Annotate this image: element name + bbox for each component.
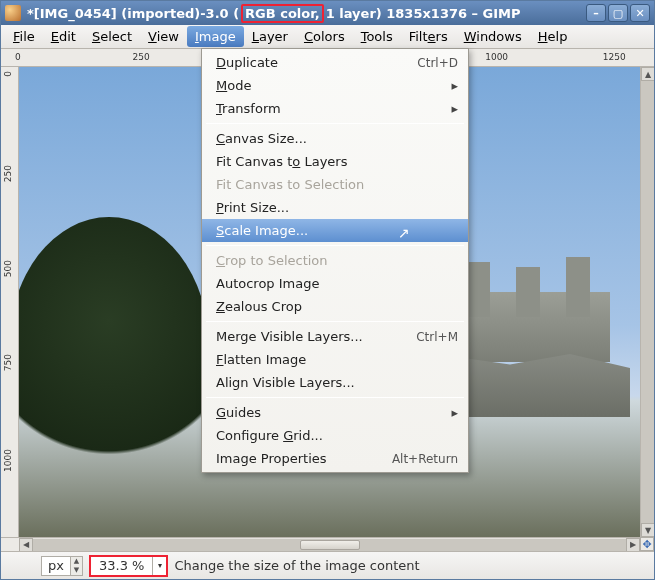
menuitem-shortcut: Ctrl+M (416, 330, 458, 344)
menuitem-fit-canvas-to-layers[interactable]: Fit Canvas to Layers (202, 150, 468, 173)
menuitem-label: Autocrop Image (216, 276, 319, 291)
scroll-left-arrow-icon[interactable]: ◀ (19, 538, 33, 552)
menu-view[interactable]: View (140, 26, 187, 47)
menu-separator (206, 245, 464, 246)
horizontal-scrollbar[interactable]: ◀ ▶ (19, 537, 640, 551)
hruler-tick: 250 (133, 52, 150, 62)
menuitem-label: Print Size... (216, 200, 289, 215)
menuitem-scale-image[interactable]: Scale Image...↖ (202, 219, 468, 242)
hruler-tick: 0 (15, 52, 21, 62)
hruler-tick: 1250 (603, 52, 626, 62)
titlebar[interactable]: *[IMG_0454] (imported)-3.0 ( RGB color, … (1, 1, 654, 25)
menu-file[interactable]: File (5, 26, 43, 47)
chevron-down-icon[interactable]: ▼ (71, 566, 82, 575)
menuitem-fit-canvas-to-selection: Fit Canvas to Selection (202, 173, 468, 196)
hscroll-row: ◀ ▶ ✥ (1, 537, 654, 551)
zoom-selector[interactable]: 33.3 % ▾ (89, 555, 168, 577)
title-pre: *[IMG_0454] (imported)-3.0 ( (27, 6, 239, 21)
menuitem-label: Fit Canvas to Layers (216, 154, 347, 169)
menuitem-image-properties[interactable]: Image PropertiesAlt+Return (202, 447, 468, 470)
submenu-arrow-icon: ▸ (451, 101, 458, 116)
menubar: FileEditSelectViewImageLayerColorsToolsF… (1, 25, 654, 49)
menuitem-shortcut: Alt+Return (392, 452, 458, 466)
menuitem-mode[interactable]: Mode▸ (202, 74, 468, 97)
minimize-button[interactable]: – (586, 4, 606, 22)
menuitem-label: Configure Grid... (216, 428, 323, 443)
menuitem-align-visible-layers[interactable]: Align Visible Layers... (202, 371, 468, 394)
menu-windows[interactable]: Windows (456, 26, 530, 47)
menu-filters[interactable]: Filters (401, 26, 456, 47)
menuitem-duplicate[interactable]: DuplicateCtrl+D (202, 51, 468, 74)
menu-edit[interactable]: Edit (43, 26, 84, 47)
menuitem-transform[interactable]: Transform▸ (202, 97, 468, 120)
unit-value: px (42, 558, 70, 573)
scroll-down-arrow-icon[interactable]: ▼ (641, 523, 654, 537)
vruler-tick: 750 (3, 354, 13, 371)
menu-tools[interactable]: Tools (353, 26, 401, 47)
submenu-arrow-icon: ▸ (451, 78, 458, 93)
menuitem-label: Transform (216, 101, 281, 116)
close-button[interactable]: ✕ (630, 4, 650, 22)
menuitem-label: Zealous Crop (216, 299, 302, 314)
menuitem-label: Align Visible Layers... (216, 375, 355, 390)
window-title: *[IMG_0454] (imported)-3.0 ( RGB color, … (27, 4, 584, 23)
menuitem-guides[interactable]: Guides▸ (202, 401, 468, 424)
menuitem-canvas-size[interactable]: Canvas Size... (202, 127, 468, 150)
vruler-tick: 250 (3, 165, 13, 182)
submenu-arrow-icon: ▸ (451, 405, 458, 420)
chevron-up-icon[interactable]: ▲ (71, 557, 82, 566)
menu-help[interactable]: Help (530, 26, 576, 47)
menuitem-label: Mode (216, 78, 251, 93)
menu-separator (206, 321, 464, 322)
menu-colors[interactable]: Colors (296, 26, 353, 47)
menuitem-autocrop-image[interactable]: Autocrop Image (202, 272, 468, 295)
vruler-tick: 1000 (3, 449, 13, 472)
menuitem-label: Canvas Size... (216, 131, 307, 146)
image-dropdown-menu: DuplicateCtrl+DMode▸Transform▸Canvas Siz… (201, 48, 469, 473)
menuitem-shortcut: Ctrl+D (417, 56, 458, 70)
vruler-tick: 500 (3, 260, 13, 277)
zoom-dropdown-icon[interactable]: ▾ (152, 557, 166, 575)
menu-select[interactable]: Select (84, 26, 140, 47)
menuitem-crop-to-selection: Crop to Selection (202, 249, 468, 272)
menuitem-label: Crop to Selection (216, 253, 328, 268)
title-post: 1 layer) 1835x1376 – GIMP (326, 6, 521, 21)
app-window: *[IMG_0454] (imported)-3.0 ( RGB color, … (0, 0, 655, 580)
status-hint: Change the size of the image content (174, 558, 419, 573)
menuitem-merge-visible-layers[interactable]: Merge Visible Layers...Ctrl+M (202, 325, 468, 348)
menuitem-label: Duplicate (216, 55, 278, 70)
hscroll-thumb[interactable] (300, 540, 360, 550)
unit-selector[interactable]: px ▲▼ (41, 556, 83, 576)
scroll-up-arrow-icon[interactable]: ▲ (641, 67, 654, 81)
zoom-value: 33.3 % (91, 558, 152, 573)
menu-layer[interactable]: Layer (244, 26, 296, 47)
menuitem-label: Scale Image... (216, 223, 308, 238)
hruler-tick: 1000 (485, 52, 508, 62)
menu-image[interactable]: Image (187, 26, 244, 47)
ruler-corner-bl (1, 537, 19, 551)
title-colormode-highlight: RGB color, (241, 4, 324, 23)
menuitem-zealous-crop[interactable]: Zealous Crop (202, 295, 468, 318)
menuitem-configure-grid[interactable]: Configure Grid... (202, 424, 468, 447)
vertical-scrollbar[interactable]: ▲ ▼ (640, 67, 654, 537)
gimp-app-icon (5, 5, 21, 21)
navigation-corner-icon[interactable]: ✥ (640, 537, 654, 551)
menuitem-print-size[interactable]: Print Size... (202, 196, 468, 219)
vruler-tick: 0 (3, 71, 13, 77)
menu-separator (206, 397, 464, 398)
menuitem-label: Image Properties (216, 451, 327, 466)
menuitem-label: Fit Canvas to Selection (216, 177, 364, 192)
menuitem-label: Flatten Image (216, 352, 306, 367)
menuitem-flatten-image[interactable]: Flatten Image (202, 348, 468, 371)
menuitem-label: Merge Visible Layers... (216, 329, 363, 344)
cursor-icon: ↖ (398, 225, 410, 241)
statusbar: px ▲▼ 33.3 % ▾ Change the size of the im… (1, 551, 654, 579)
unit-spinner[interactable]: ▲▼ (70, 557, 82, 575)
menu-separator (206, 123, 464, 124)
maximize-button[interactable]: ▢ (608, 4, 628, 22)
hscroll-track[interactable] (33, 539, 626, 551)
scroll-right-arrow-icon[interactable]: ▶ (626, 538, 640, 552)
menuitem-label: Guides (216, 405, 261, 420)
vscroll-track[interactable] (641, 81, 654, 523)
ruler-vertical[interactable]: 02505007501000 (1, 67, 19, 537)
